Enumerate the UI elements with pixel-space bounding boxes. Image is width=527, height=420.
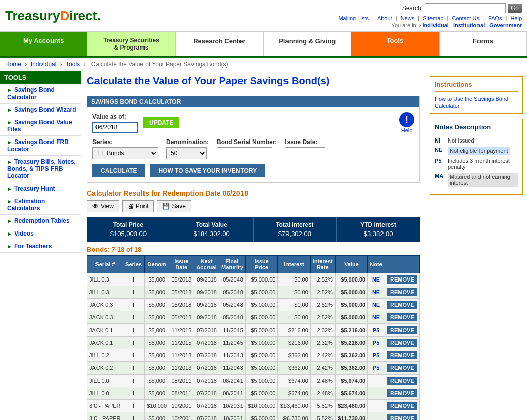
search-button[interactable]: Go	[508, 4, 522, 13]
sidebar-item-estimation-calculators[interactable]: ►Estimation Calculators	[0, 195, 81, 215]
note-row-ni: NI Not Issued	[435, 137, 518, 144]
nav-treasury-securities[interactable]: Treasury Securities& Programs	[87, 32, 175, 56]
faqs-link[interactable]: FAQs	[488, 15, 502, 21]
sidebar-item-redemption-tables[interactable]: ►Redemption Tables	[0, 215, 81, 227]
note-link[interactable]: P5	[373, 327, 379, 333]
remove-button[interactable]: REMOVE	[387, 275, 417, 284]
header: TreasuryDirect. Search: Go Mailing Lists…	[0, 0, 527, 32]
instructions-title: Instructions	[435, 81, 518, 88]
sidebar-item-savings-bond-value-files[interactable]: ►Savings Bond Value Files	[0, 116, 81, 136]
note-link[interactable]: NE	[372, 276, 380, 283]
table-cell: JILL 0.0	[87, 387, 123, 400]
note-link[interactable]: NE	[372, 302, 380, 308]
table-cell: REMOVE	[385, 412, 419, 421]
denom-select[interactable]: 50 25 75 100 200 500 1000 5000 10000	[166, 147, 207, 159]
about-link[interactable]: About	[377, 15, 392, 21]
table-cell: 08/2041	[219, 387, 245, 400]
table-cell: $5,000.00	[245, 324, 277, 337]
table-cell: 3.0 - PAPER	[87, 400, 123, 412]
sidebar-item-videos[interactable]: ►Videos	[0, 227, 81, 240]
remove-button[interactable]: REMOVE	[387, 288, 417, 296]
sidebar-item-treasury-hunt[interactable]: ►Treasury Hunt	[0, 182, 81, 195]
table-cell: $11,730.00	[335, 412, 367, 421]
table-cell: JACK 0.3	[87, 299, 123, 311]
sitemap-link[interactable]: Sitemap	[423, 15, 443, 21]
breadcrumb-tools[interactable]: Tools	[66, 61, 80, 68]
table-cell: I	[123, 273, 144, 286]
note-link[interactable]: P5	[373, 365, 379, 371]
issue-date-input[interactable]	[285, 147, 325, 159]
total-price-value: $105,000.00	[91, 230, 166, 238]
table-cell: 2.52%	[310, 286, 335, 299]
help-text[interactable]: Help	[401, 127, 413, 133]
remove-button[interactable]: REMOVE	[387, 313, 417, 321]
how-save-button[interactable]: HOW TO SAVE YOUR INVENTORY	[150, 164, 265, 177]
remove-button[interactable]: REMOVE	[387, 402, 417, 410]
remove-button[interactable]: REMOVE	[387, 339, 417, 347]
nav-research-center[interactable]: Research Center	[175, 32, 263, 56]
table-cell: I	[123, 362, 144, 375]
table-cell: JILL 0.3	[87, 273, 123, 286]
institutional-link[interactable]: Institutional	[453, 22, 485, 28]
table-cell: $5,000.00	[245, 286, 277, 299]
table-cell: $13,460.00	[278, 400, 310, 412]
note-row-ne: NE Not eligible for payment	[435, 147, 518, 155]
remove-button[interactable]: REMOVE	[387, 351, 417, 359]
help-link[interactable]: Help	[510, 15, 522, 21]
nav-my-accounts[interactable]: My Accounts	[0, 32, 87, 56]
mailing-lists-link[interactable]: Mailing Lists	[338, 15, 369, 21]
sidebar-item-savings-bond-wizard[interactable]: ►Savings Bond Wizard	[0, 104, 81, 116]
individual-link[interactable]: Individual	[423, 22, 449, 28]
sidebar-item-for-teachers[interactable]: ►For Teachers	[0, 240, 81, 253]
table-cell: $5,000.00	[245, 349, 277, 362]
calculate-button[interactable]: CALCULATE	[92, 164, 145, 177]
search-input[interactable]	[425, 3, 506, 13]
contact-us-link[interactable]: Contact Us	[452, 15, 479, 21]
series-select[interactable]: EE Bonds I Bonds E Bonds HH Bonds H Bond…	[92, 147, 158, 159]
sidebar-item-savings-bond-frb-locator[interactable]: ►Savings Bond FRB Locator	[0, 136, 81, 156]
nav-forms[interactable]: Forms	[439, 32, 527, 56]
value-as-of-input[interactable]	[92, 122, 138, 133]
table-cell: 5.52%	[310, 412, 335, 421]
note-link[interactable]: P5	[373, 352, 379, 358]
table-cell: $10,000.00	[245, 400, 277, 412]
note-link[interactable]: NE	[372, 289, 380, 295]
remove-button[interactable]: REMOVE	[387, 364, 417, 372]
breadcrumb-individual[interactable]: Individual	[31, 61, 57, 68]
table-cell: $5,000	[145, 387, 169, 400]
table-cell: P5	[368, 324, 385, 337]
sidebar-item-savings-bond-calculator[interactable]: ►Savings Bond Calculator	[0, 84, 81, 104]
note-link[interactable]: NE	[372, 314, 380, 320]
col-final-maturity: FinalMaturity	[219, 256, 245, 273]
government-link[interactable]: Government	[489, 22, 522, 28]
save-icon: 💾	[162, 203, 170, 210]
remove-button[interactable]: REMOVE	[387, 414, 417, 420]
remove-button[interactable]: REMOVE	[387, 326, 417, 334]
table-cell: $216.00	[278, 324, 310, 337]
table-cell: 2.52%	[310, 273, 335, 286]
table-cell: $6,730.00	[278, 412, 310, 421]
news-link[interactable]: News	[401, 15, 415, 21]
save-button[interactable]: 💾 Save	[157, 200, 191, 212]
totals-row: Total Price $105,000.00 Total Value $184…	[87, 217, 420, 242]
table-cell: NE	[368, 299, 385, 311]
print-button[interactable]: 🖨 Print	[122, 200, 154, 212]
how-to-use-link[interactable]: How to Use the Savings Bond Calculator	[435, 96, 508, 109]
nav-tools[interactable]: Tools	[351, 32, 439, 56]
view-button[interactable]: 👁 View	[87, 200, 119, 212]
note-code-ne: NE	[435, 147, 445, 153]
nav-planning-giving[interactable]: Planning & Giving	[263, 32, 351, 56]
breadcrumb-home[interactable]: Home	[5, 61, 21, 68]
remove-button[interactable]: REMOVE	[387, 389, 417, 397]
total-interest-label: Total Interest	[258, 221, 332, 228]
remove-button[interactable]: REMOVE	[387, 377, 417, 385]
update-button[interactable]: UPDATE	[143, 117, 179, 128]
remove-button[interactable]: REMOVE	[387, 301, 417, 309]
sidebar-item-treasury-bills[interactable]: ►Treasury Bills, Notes, Bonds, & TIPS FR…	[0, 156, 81, 182]
bond-serial-input[interactable]	[217, 147, 272, 159]
table-cell: $674.00	[278, 387, 310, 400]
help-icon[interactable]: !	[399, 112, 414, 127]
note-link[interactable]: P5	[373, 340, 379, 346]
note-desc-ma: Matured and not earning interest	[448, 173, 518, 187]
table-cell: $5,000	[145, 299, 169, 311]
